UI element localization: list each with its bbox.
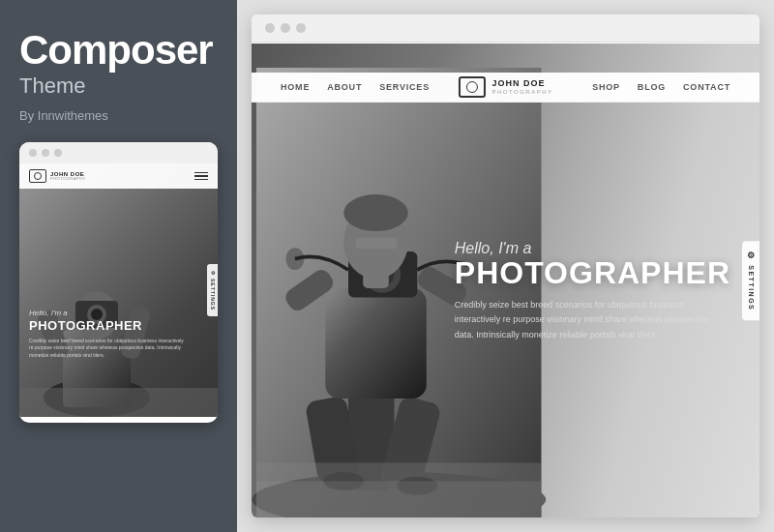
desktop-nav-home[interactable]: HOME (281, 82, 310, 92)
desktop-dot-2 (281, 23, 290, 33)
mobile-logo-text: JOHN DOE PHOTOGRAPHY (50, 171, 86, 182)
desktop-photographer-title: PHOTOGRAPHER (455, 257, 730, 288)
left-panel: Composer Theme By Innwithemes JOHN DOE P… (0, 0, 237, 532)
mobile-hello-text: Hello, I'm a (29, 309, 189, 317)
desktop-browser-bar (252, 15, 759, 43)
desktop-nav-left-links: HOME ABOUT SERVICES (281, 82, 430, 92)
desktop-hero-body: Credibly seize best breed scenarios for … (455, 298, 716, 342)
mobile-browser-bar (19, 142, 218, 163)
desktop-nav: HOME ABOUT SERVICES JOHN DOE PHOTOGRAPHY… (252, 73, 759, 103)
desktop-settings-label: SETTINGS (748, 265, 755, 310)
mobile-nav: JOHN DOE PHOTOGRAPHY (19, 163, 218, 189)
desktop-nav-about[interactable]: ABOUT (327, 82, 362, 92)
desktop-dot-3 (296, 23, 306, 33)
mobile-preview-card: JOHN DOE PHOTOGRAPHY (19, 142, 218, 423)
mobile-content-area: JOHN DOE PHOTOGRAPHY (19, 163, 218, 417)
desktop-dot-1 (265, 23, 275, 33)
desktop-logo-text: JOHN DOE PHOTOGRAPHY (491, 78, 552, 95)
mobile-camera-icon (29, 169, 46, 183)
desktop-nav-right-links: SHOP BLOG CONTACT (592, 82, 730, 92)
mobile-settings-label: SETTINGS (210, 279, 216, 310)
theme-author: By Innwithemes (19, 108, 218, 123)
mobile-dot-3 (54, 149, 62, 157)
theme-title-block: Composer Theme By Innwithemes (19, 29, 218, 123)
mobile-hero-body: Credibly seize beef breed scenarios for … (29, 338, 189, 360)
svg-rect-31 (256, 481, 542, 517)
desktop-nav-contact[interactable]: CONTACT (683, 82, 730, 92)
mobile-dot-2 (42, 149, 49, 157)
desktop-camera-icon (458, 76, 485, 98)
mobile-photographer-image (19, 163, 218, 417)
svg-point-29 (343, 194, 408, 231)
theme-title-line2: Theme (19, 74, 218, 99)
svg-rect-8 (19, 388, 218, 417)
mobile-logo: JOHN DOE PHOTOGRAPHY (29, 169, 86, 183)
right-panel: HOME ABOUT SERVICES JOHN DOE PHOTOGRAPHY… (237, 0, 774, 532)
svg-rect-28 (356, 237, 398, 248)
desktop-settings-gear-icon: ⚙ (746, 251, 756, 262)
theme-title-line1: Composer (19, 29, 218, 72)
desktop-preview-card: HOME ABOUT SERVICES JOHN DOE PHOTOGRAPHY… (252, 15, 759, 517)
desktop-hero-text: Hello, I'm a PHOTOGRAPHER Credibly seize… (455, 240, 730, 342)
mobile-photographer-title: PHOTOGRAPHER (29, 319, 189, 333)
mobile-logo-sub: PHOTOGRAPHY (50, 177, 86, 181)
mobile-dot-1 (29, 149, 37, 157)
desktop-logo-sub: PHOTOGRAPHY (491, 89, 552, 96)
desktop-logo-name: JOHN DOE (491, 78, 552, 88)
svg-rect-16 (325, 288, 427, 399)
desktop-settings-tab[interactable]: ⚙ SETTINGS (742, 241, 759, 320)
desktop-logo: JOHN DOE PHOTOGRAPHY (458, 76, 552, 98)
mobile-settings-tab[interactable]: ⚙ SETTINGS (207, 264, 218, 316)
settings-gear-icon: ⚙ (210, 270, 216, 277)
desktop-nav-services[interactable]: SERVICES (379, 82, 430, 92)
mobile-hero-text: Hello, I'm a PHOTOGRAPHER Credibly seize… (29, 309, 189, 359)
mobile-hamburger-icon[interactable] (194, 172, 208, 181)
desktop-nav-shop[interactable]: SHOP (592, 82, 620, 92)
desktop-nav-blog[interactable]: BLOG (638, 82, 666, 92)
desktop-hero-section: HOME ABOUT SERVICES JOHN DOE PHOTOGRAPHY… (252, 44, 759, 517)
